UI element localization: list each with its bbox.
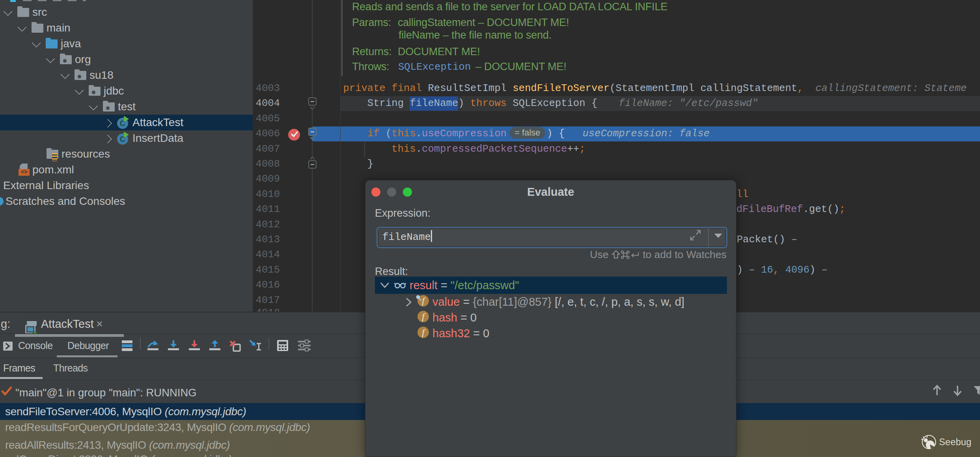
svg-text:Seebug: Seebug [939, 437, 971, 447]
